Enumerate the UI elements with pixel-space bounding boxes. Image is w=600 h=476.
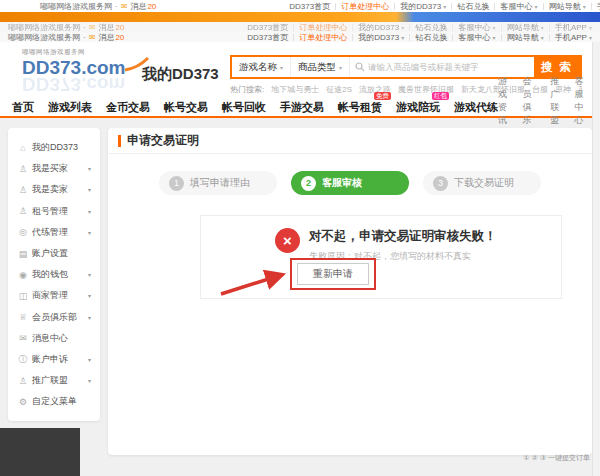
chevron-down-icon: ▾: [535, 4, 538, 10]
topbar-row-3: 嘟嘟网络游戏服务网 · ✉ 消息20 DD373首页 订单处理中心 我的DD37…: [0, 32, 600, 42]
sidebar-item-rent-management[interactable]: ♙ 租号管理 ▾: [8, 201, 100, 222]
chevron-down-icon: ▾: [589, 25, 592, 31]
chevron-down-icon: ▾: [88, 292, 91, 299]
topbar-link-diamond[interactable]: 钻石兑换: [415, 32, 447, 43]
separator-dot: ·: [83, 33, 86, 42]
step-service-review: 2 客服审核: [291, 171, 409, 195]
appeal-icon: ⓘ: [17, 353, 29, 366]
topbar-link-orders[interactable]: 订单处理中心: [341, 1, 389, 12]
chevron-down-icon: ▾: [401, 25, 404, 31]
step-fill-reason: 1 填写申请理由: [159, 171, 277, 195]
sidebar: ⌂ 我的DD373 ♙ 我是买家 ▾ ♙ 我是卖家 ▾ ♙ 租号管理 ▾ ◎ 代…: [8, 128, 100, 421]
chevron-down-icon: ▾: [589, 35, 592, 41]
separator-dot: ·: [115, 2, 118, 11]
messages-link[interactable]: 消息20: [98, 32, 124, 43]
nav-home[interactable]: 首页: [12, 100, 34, 115]
rent-account-icon: ♙: [17, 206, 29, 216]
section-title: 申请交易证明: [127, 132, 199, 149]
chevron-down-icon: ▾: [88, 377, 91, 384]
dd373-logo[interactable]: 嘟嘟网络游戏服务网 DD373.com DD373.com: [22, 49, 126, 94]
nav-game-companion[interactable]: 游戏陪玩红包: [396, 100, 440, 115]
topbar-link-sitemap[interactable]: 网站导航 ▾: [507, 32, 544, 43]
nav-mobile-trade[interactable]: 手游交易: [280, 100, 324, 115]
chevron-down-icon: ▾: [280, 64, 283, 71]
chevron-down-icon: ▾: [88, 165, 91, 172]
reapply-button[interactable]: 重新申请: [297, 263, 369, 285]
game-filter-dropdown[interactable]: 游戏名称 ▾: [232, 57, 291, 77]
buyer-icon: ♙: [17, 164, 29, 174]
sidebar-item-custom-menu[interactable]: ⚙ 自定义菜单: [8, 391, 100, 412]
promotion-icon: ♙: [17, 376, 29, 386]
chevron-down-icon: ▾: [88, 314, 91, 321]
account-settings-icon: ▤: [17, 249, 29, 259]
topbar-link-sitemap[interactable]: 网站导航 ▾: [549, 1, 586, 12]
section-header: 申请交易证明: [108, 128, 592, 154]
chevron-down-icon: ▾: [401, 35, 404, 41]
page-title: 我的DD373: [142, 65, 219, 84]
chevron-down-icon: ▾: [493, 35, 496, 41]
nav-account-rental[interactable]: 帐号租赁免费: [338, 100, 382, 115]
chevron-down-icon: ▾: [541, 35, 544, 41]
mail-icon: ✉: [121, 2, 128, 11]
sidebar-item-buyer[interactable]: ♙ 我是买家 ▾: [8, 158, 100, 179]
sidebar-item-member-club[interactable]: ♕ 会员俱乐部 ▾: [8, 307, 100, 328]
nav-boosting[interactable]: 游戏代练: [454, 100, 498, 115]
topbar-link-service[interactable]: 客服中心 ▾: [458, 32, 495, 43]
free-badge: 免费: [374, 92, 391, 100]
boost-icon: ◎: [17, 227, 29, 237]
sidebar-item-account-settings[interactable]: ▤ 账户设置: [8, 243, 100, 264]
chevron-down-icon: ▾: [88, 271, 91, 278]
topbar-link-service[interactable]: 客服中心 ▾: [500, 1, 537, 12]
wallet-icon: ◉: [17, 270, 29, 280]
type-filter-dropdown[interactable]: 商品类型 ▾: [291, 57, 350, 77]
mail-icon: ✉: [89, 23, 96, 32]
topbar-link-home[interactable]: DD373首页: [247, 32, 288, 43]
topbar-link-my-dd373[interactable]: 我的DD373 ▾: [358, 32, 404, 43]
site-name: 嘟嘟网络游戏服务网: [8, 32, 80, 43]
hongbao-badge: 红包: [432, 92, 449, 100]
dd373-my-account-page: 嘟嘟网络游戏服务网 · ✉ 消息20 DD373首页 订单处理中心 我的DD37…: [0, 0, 600, 476]
hot-keywords-label: 热门搜索:: [230, 84, 264, 95]
window-edge: [592, 42, 600, 476]
sidebar-item-message-center[interactable]: ✉ 消息中心: [8, 328, 100, 349]
sidebar-item-seller[interactable]: ♙ 我是卖家 ▾: [8, 179, 100, 200]
logo-reflection: DD373.com: [22, 75, 126, 94]
sidebar-item-merchant[interactable]: ◫ 商家管理 ▾: [8, 285, 100, 306]
nav-game-list[interactable]: 游戏列表: [48, 100, 92, 115]
topbar-row-1: 嘟嘟网络游戏服务网 · ✉ 消息20 DD373首页 订单处理中心 我的DD37…: [0, 0, 600, 12]
sidebar-item-my-dd373[interactable]: ⌂ 我的DD373: [8, 137, 100, 158]
topbar-link-my-dd373[interactable]: 我的DD373 ▾: [400, 1, 446, 12]
hot-keyword[interactable]: 征途2S: [326, 84, 352, 95]
sidebar-item-promotion[interactable]: ♙ 推广联盟 ▾: [8, 370, 100, 391]
sidebar-item-wallet[interactable]: ◉ 我的钱包 ▾: [8, 264, 100, 285]
topbar-link-diamond[interactable]: 钻石兑换: [457, 1, 489, 12]
nav-account-recycle[interactable]: 帐号回收: [222, 100, 266, 115]
step-download-proof: 3 下载交易证明: [423, 171, 541, 195]
chevron-down-icon: ▾: [339, 64, 342, 71]
error-cross-icon: ×: [275, 228, 300, 253]
custom-menu-icon: ⚙: [17, 397, 29, 407]
separator-dot: ·: [83, 23, 86, 32]
hot-keyword[interactable]: 地下城与勇士: [271, 84, 319, 95]
chevron-down-icon: ▾: [88, 356, 91, 363]
topbar-link-orders[interactable]: 订单处理中心: [299, 32, 347, 43]
nav-account-trade[interactable]: 帐号交易: [164, 100, 208, 115]
error-title: 对不起，申请交易证明审核失败！: [309, 228, 497, 245]
chevron-down-icon: ▾: [88, 186, 91, 193]
step-number: 2: [301, 176, 316, 191]
dark-corner-block: [0, 428, 80, 476]
step-number: 1: [169, 176, 184, 191]
sidebar-item-appeal[interactable]: ⓘ 账户申诉 ▾: [8, 349, 100, 370]
main-panel: 申请交易证明 1 填写申请理由 2 客服审核 3 下载交易证明 × 对不起，申请…: [108, 128, 592, 455]
chevron-down-icon: ▾: [88, 208, 91, 215]
site-name: 嘟嘟网络游戏服务网: [40, 1, 112, 12]
topbar-link-app[interactable]: 手机APP ▾: [555, 32, 592, 43]
topbar-link-home[interactable]: DD373首页: [289, 1, 330, 12]
nav-gold-trade[interactable]: 金币交易: [106, 100, 150, 115]
gradient-banner: [0, 12, 600, 22]
progress-stepper: 1 填写申请理由 2 客服审核 3 下载交易证明: [108, 171, 592, 195]
sidebar-item-boost-management[interactable]: ◎ 代练管理 ▾: [8, 222, 100, 243]
messages-link[interactable]: 消息20: [130, 1, 156, 12]
annotation-arrow-icon: [217, 266, 297, 298]
search-icon: [355, 62, 365, 72]
